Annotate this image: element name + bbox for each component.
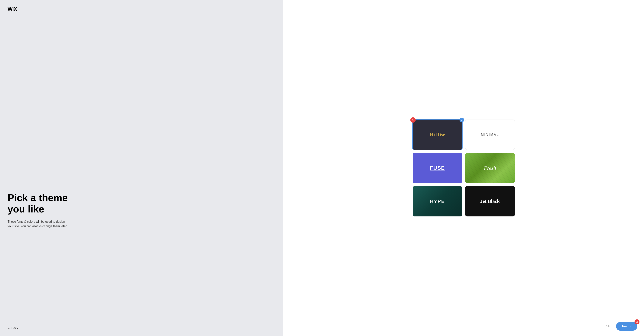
theme-card-hype[interactable]: HYPE: [412, 186, 462, 216]
theme-hype-label: HYPE: [430, 198, 445, 204]
right-panel: 1 Hi Rise MINIMAL FUSE Fresh: [284, 0, 644, 336]
theme-fuse-label: FUSE: [430, 165, 445, 171]
theme-minimal-inner: MINIMAL: [465, 120, 515, 150]
badge-1: 1: [410, 117, 416, 122]
selected-check-icon: [460, 118, 464, 122]
theme-jet-black-inner: Jet Black: [465, 186, 515, 216]
wix-logo: WiX: [8, 6, 276, 12]
next-badge: 2: [634, 319, 640, 324]
left-panel: WiX Pick a theme you like These fonts & …: [0, 0, 284, 336]
theme-hype-inner: HYPE: [412, 186, 462, 216]
theme-hi-rise-inner: Hi Rise: [412, 120, 462, 150]
theme-fresh-inner: Fresh: [465, 153, 515, 183]
theme-card-fresh[interactable]: Fresh: [465, 153, 515, 183]
next-button[interactable]: Next › 2: [616, 322, 637, 331]
theme-card-minimal[interactable]: MINIMAL: [465, 120, 515, 150]
next-arrow-icon: ›: [630, 325, 631, 328]
theme-jet-black-label: Jet Black: [480, 198, 500, 204]
theme-card-hi-rise[interactable]: 1 Hi Rise: [412, 120, 462, 150]
back-button[interactable]: ← Back: [8, 326, 18, 330]
theme-hi-rise-label: Hi Rise: [430, 132, 445, 138]
theme-card-jet-black[interactable]: Jet Black: [465, 186, 515, 216]
footer-right: Skip Next › 2: [606, 322, 637, 331]
page-title: Pick a theme you like: [8, 192, 276, 215]
page-subtitle: These fonts & colors will be used to des…: [8, 220, 68, 228]
back-container: ← Back: [8, 326, 18, 330]
theme-card-fuse[interactable]: FUSE: [412, 153, 462, 183]
skip-button[interactable]: Skip: [606, 325, 612, 328]
theme-fuse-inner: FUSE: [412, 153, 462, 183]
theme-fresh-label: Fresh: [484, 165, 496, 171]
theme-minimal-label: MINIMAL: [481, 133, 499, 137]
themes-grid: 1 Hi Rise MINIMAL FUSE Fresh: [412, 120, 515, 216]
theme-fresh-bg: Fresh: [465, 153, 515, 183]
left-content: Pick a theme you like These fonts & colo…: [8, 192, 276, 240]
